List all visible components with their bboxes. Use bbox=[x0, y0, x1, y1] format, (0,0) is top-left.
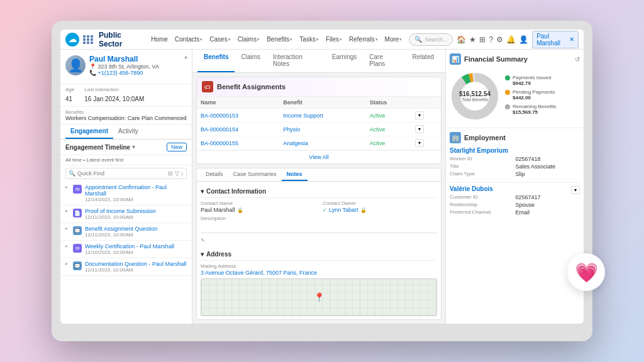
expand-icon: ▾ bbox=[201, 251, 204, 258]
benefit-assignments: 🏷 Benefit Assignments Name Benefit Statu… bbox=[196, 77, 441, 164]
timeline-item[interactable]: ▸ 💬 Benefit Assignment Question 12/11/20… bbox=[60, 223, 192, 241]
row-name[interactable]: BA-000000154 bbox=[197, 123, 279, 136]
nav-tasks[interactable]: Tasks▾ bbox=[296, 35, 322, 44]
table-row: BA-000000153 Income Support Active ▾ bbox=[197, 109, 441, 123]
tab-case-summaries[interactable]: Case Summaries bbox=[228, 168, 282, 181]
expand-icon[interactable]: ▸ bbox=[65, 226, 68, 231]
last-interaction-value: 16 Jan 2024, 10:0AM bbox=[84, 96, 144, 102]
contact-name[interactable]: Paul Marshall bbox=[89, 55, 159, 63]
address-header[interactable]: ▾ Address bbox=[201, 248, 437, 261]
row-name[interactable]: BA-000000155 bbox=[197, 136, 279, 150]
contact-info-header[interactable]: ▾ Contact Information bbox=[201, 185, 437, 198]
employment-header: 🏢 Employment bbox=[450, 132, 580, 143]
nav-home[interactable]: Home bbox=[148, 35, 171, 44]
avatar-icon[interactable]: 👤 bbox=[519, 35, 528, 44]
tab-details[interactable]: Details bbox=[201, 168, 228, 181]
title-label: Title bbox=[450, 163, 514, 170]
close-tab-icon[interactable]: ✕ bbox=[569, 36, 574, 43]
lock-icon: 🔒 bbox=[360, 207, 367, 213]
nav-cases[interactable]: Cases▾ bbox=[206, 35, 233, 44]
employment-section: 🏢 Employment Starlight Emporium Worker I… bbox=[446, 128, 584, 324]
settings-icon[interactable]: ⚙ bbox=[496, 35, 503, 44]
collapse-arrow[interactable]: ▸ bbox=[185, 53, 188, 60]
quick-find[interactable]: 🔍 ⊟ ▽ ↕ bbox=[65, 168, 187, 179]
col-status[interactable]: Status bbox=[366, 97, 411, 109]
details-section: Details Case Summaries Notes ▾ Contact I… bbox=[196, 168, 441, 320]
tab-benefits[interactable]: Benefits bbox=[197, 50, 235, 72]
expand-icon: ▾ bbox=[201, 188, 204, 195]
nav-claims[interactable]: Claims▾ bbox=[235, 35, 264, 44]
view-all-link[interactable]: View All bbox=[197, 150, 441, 163]
row-name[interactable]: BA-000000153 bbox=[197, 109, 279, 123]
sort-icon[interactable]: ↕ bbox=[181, 170, 184, 177]
expand-icon[interactable]: ▸ bbox=[65, 208, 68, 214]
refresh-icon[interactable]: ↺ bbox=[575, 56, 580, 63]
view-toggle-icon[interactable]: ⊟ bbox=[168, 170, 173, 177]
quick-find-input[interactable] bbox=[77, 170, 166, 177]
avatar: 👤 bbox=[65, 55, 86, 75]
tab-related[interactable]: Related bbox=[406, 50, 440, 72]
app-grid-icon[interactable] bbox=[83, 35, 94, 44]
tab-interaction-notes[interactable]: Interaction Notes bbox=[267, 50, 326, 72]
tab-activity[interactable]: Activity bbox=[113, 124, 143, 139]
favorites-icon[interactable]: ★ bbox=[469, 35, 476, 44]
nav-files[interactable]: Files▾ bbox=[323, 35, 345, 44]
benefits-label: Benefits bbox=[65, 109, 187, 115]
age-value: 41 bbox=[65, 96, 72, 102]
expand-icon[interactable]: ▸ bbox=[65, 261, 68, 266]
contact-name-value: Paul Marshall 🔒 bbox=[201, 207, 315, 213]
new-button[interactable]: New bbox=[167, 143, 187, 151]
timeline-item[interactable]: ▸ 📄 Proof of Income Submission 12/11/202… bbox=[60, 206, 192, 223]
tab-care-plans[interactable]: Care Plans bbox=[363, 50, 406, 72]
timeline-item[interactable]: ▸ ✉ Weekly Certification - Paul Marshall… bbox=[60, 241, 192, 258]
user-tab[interactable]: Paul Marshall ✕ bbox=[532, 31, 579, 48]
expand-icon[interactable]: ▸ bbox=[65, 184, 68, 190]
timeline-item[interactable]: ▸ ✉ Appointment Confirmation - Paul Mars… bbox=[60, 182, 192, 206]
remaining-benefits-dot bbox=[505, 104, 510, 109]
row-benefit[interactable]: Analgesia bbox=[279, 136, 366, 150]
filter-icon[interactable]: ▽ bbox=[175, 170, 179, 177]
nav-contacts[interactable]: Contacts▾ bbox=[172, 35, 206, 44]
timeline-item[interactable]: ▸ 💬 Documentation Question - Paul Marsha… bbox=[60, 258, 192, 276]
grid-icon[interactable]: ⊞ bbox=[479, 35, 486, 44]
row-dropdown[interactable]: ▾ bbox=[415, 111, 424, 119]
claim-type-label: Claim Type bbox=[450, 171, 514, 177]
tab-earnings[interactable]: Earnings bbox=[326, 50, 363, 72]
legend-item: Remaining Benefits $15,569.75 bbox=[505, 104, 580, 115]
center-panel: Benefits Claims Interaction Notes Earnin… bbox=[192, 50, 445, 324]
tab-engagement[interactable]: Engagement bbox=[65, 124, 113, 139]
col-name[interactable]: Name bbox=[197, 97, 279, 109]
details-tabs: Details Case Summaries Notes bbox=[197, 168, 441, 182]
row-benefit[interactable]: Physio bbox=[279, 123, 366, 136]
benefits-info: Benefits Workers Compensation: Care Plan… bbox=[60, 107, 192, 124]
contact-block: Valérie Dubois ▾ Customer ID 02567417 Re… bbox=[450, 185, 580, 216]
row-dropdown[interactable]: ▾ bbox=[415, 139, 424, 147]
row-status: Active bbox=[366, 136, 411, 150]
nav-more[interactable]: More▾ bbox=[382, 35, 406, 44]
home-icon[interactable]: 🏠 bbox=[457, 35, 466, 44]
col-benefit[interactable]: Benefit bbox=[279, 97, 366, 109]
tab-notes[interactable]: Notes bbox=[282, 168, 308, 181]
contact-phone[interactable]: 📞 +1(123) 456-7890 bbox=[89, 70, 159, 76]
row-benefit[interactable]: Income Support bbox=[279, 109, 366, 123]
row-dropdown[interactable]: ▾ bbox=[415, 125, 424, 133]
tab-claims[interactable]: Claims bbox=[235, 50, 267, 72]
nav-referrals[interactable]: Referrals▾ bbox=[346, 35, 381, 44]
edit-icon[interactable]: ✎ bbox=[201, 238, 205, 243]
timeline-icon: 💬 bbox=[73, 261, 82, 270]
relationship-label: Relationship bbox=[450, 202, 514, 208]
expand-icon[interactable]: ▸ bbox=[65, 243, 68, 249]
search-box[interactable]: 🔍 Search... bbox=[409, 33, 453, 46]
address-section: ▾ Address Mailing Address 3 Avenue Octav… bbox=[201, 248, 437, 316]
contact-fields: Customer ID 02567417 Relationship Spouse… bbox=[450, 194, 580, 216]
contact-person-name[interactable]: Valérie Dubois bbox=[450, 185, 493, 192]
preferred-channel-label: Preferred Channel bbox=[450, 209, 514, 216]
nav-benefits[interactable]: Benefits▾ bbox=[264, 35, 296, 44]
contact-dropdown[interactable]: ▾ bbox=[571, 186, 580, 194]
payments-issued-dot bbox=[505, 75, 510, 80]
help-icon[interactable]: ? bbox=[489, 35, 493, 44]
map-placeholder: 📍 bbox=[201, 278, 437, 316]
notifications-icon[interactable]: 🔔 bbox=[506, 35, 516, 44]
employer-name[interactable]: Starlight Emporium bbox=[450, 147, 580, 154]
description-input[interactable] bbox=[201, 225, 437, 233]
